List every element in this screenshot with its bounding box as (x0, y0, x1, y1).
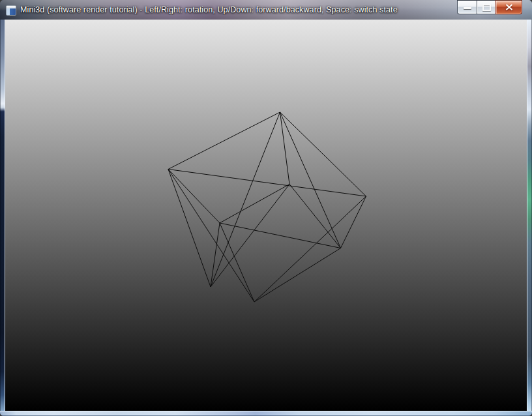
window-frame-left (0, 20, 5, 411)
minimize-icon (464, 7, 471, 9)
render-viewport[interactable] (5, 20, 527, 411)
app-icon[interactable] (6, 5, 16, 16)
minimize-button[interactable] (457, 0, 477, 14)
close-icon (505, 4, 513, 10)
window-title: Mini3d (software render tutorial) - Left… (20, 5, 532, 15)
close-button[interactable] (495, 0, 522, 14)
maximize-icon (482, 4, 491, 11)
cube-wireframe (5, 20, 527, 411)
window-frame-bottom (0, 411, 532, 416)
maximize-button[interactable] (477, 0, 495, 14)
caption-buttons (457, 0, 522, 14)
app-window: Mini3d (software render tutorial) - Left… (0, 0, 532, 416)
titlebar[interactable]: Mini3d (software render tutorial) - Left… (0, 0, 532, 20)
window-frame-right (527, 20, 532, 411)
